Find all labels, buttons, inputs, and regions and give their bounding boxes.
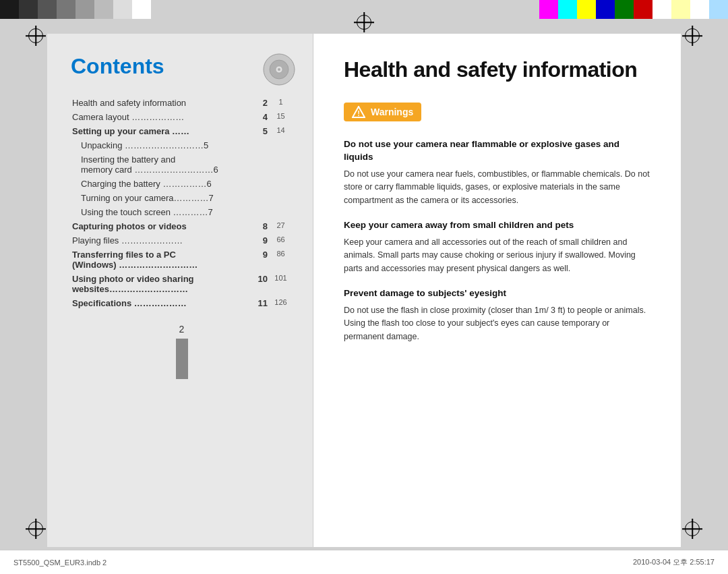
toc-row: Setting up your camera …… 5 14 bbox=[71, 124, 293, 138]
contents-page: Contents Health and safety information 2… bbox=[47, 34, 313, 547]
color-swatch bbox=[132, 0, 151, 19]
page-number: 2 bbox=[71, 324, 293, 379]
toc-page: 9 bbox=[249, 233, 269, 248]
svg-text:!: ! bbox=[357, 109, 360, 117]
toc-page: 5 bbox=[249, 124, 269, 138]
toc-side-num: 14 bbox=[269, 124, 293, 138]
section-body-2: Keep your camera and all accessories out… bbox=[344, 236, 650, 275]
section-body-1: Do not use your camera near fuels, combu… bbox=[344, 168, 650, 207]
toc-side-num: 15 bbox=[269, 110, 293, 124]
page-container: Contents Health and safety information 2… bbox=[47, 34, 681, 547]
warning-triangle-icon: ! bbox=[352, 106, 365, 118]
color-swatch-cyan bbox=[558, 0, 577, 19]
toc-side-num: 126 bbox=[269, 296, 293, 310]
toc-page: 9 bbox=[249, 248, 269, 272]
color-gap bbox=[151, 0, 539, 19]
toc-label: Capturing photos or videos bbox=[71, 219, 249, 233]
color-swatch-green bbox=[615, 0, 634, 19]
color-swatch-magenta bbox=[539, 0, 558, 19]
svg-point-3 bbox=[278, 68, 280, 71]
toc-row: Charging the battery ……………6 bbox=[71, 177, 293, 191]
toc-side-num bbox=[269, 177, 293, 191]
registration-mark-tr bbox=[682, 26, 702, 46]
color-swatch-lightyellow bbox=[671, 0, 690, 19]
toc-side-num bbox=[269, 138, 293, 152]
color-swatch bbox=[113, 0, 132, 19]
section-heading-2: Keep your camera away from small childre… bbox=[344, 219, 650, 232]
toc-page: 4 bbox=[249, 110, 269, 124]
toc-page: 11 bbox=[249, 296, 269, 310]
toc-page bbox=[249, 152, 269, 177]
section-heading-1: Do not use your camera near flammable or… bbox=[344, 138, 650, 164]
registration-mark-tl bbox=[26, 26, 46, 46]
toc-page: 8 bbox=[249, 219, 269, 233]
toc-page: 10 bbox=[249, 272, 269, 296]
color-swatch bbox=[38, 0, 57, 19]
color-swatch-white bbox=[653, 0, 671, 19]
color-swatch-red bbox=[634, 0, 653, 19]
toc-row: Camera layout ……………… 4 15 bbox=[71, 110, 293, 124]
registration-mark-bl bbox=[26, 519, 46, 539]
toc-row: Health and safety information 2 1 bbox=[71, 96, 293, 110]
color-swatch-yellow bbox=[577, 0, 596, 19]
toc-side-num bbox=[269, 205, 293, 219]
color-swatch-lightblue bbox=[709, 0, 728, 19]
toc-row: Turning on your camera…………7 bbox=[71, 191, 293, 205]
contents-title: Contents bbox=[71, 54, 293, 79]
cd-icon bbox=[262, 53, 296, 86]
toc-page bbox=[249, 138, 269, 152]
toc-row: Playing files ………………… 9 66 bbox=[71, 233, 293, 248]
toc-label: Playing files ………………… bbox=[71, 233, 249, 248]
toc-table: Health and safety information 2 1 Camera… bbox=[71, 96, 293, 310]
footer-left: ST5500_QSM_EUR3.indb 2 bbox=[13, 558, 107, 567]
toc-row: Capturing photos or videos 8 27 bbox=[71, 219, 293, 233]
toc-row: Unpacking ………………………5 bbox=[71, 138, 293, 152]
health-safety-page: Health and safety information ! Warnings… bbox=[313, 34, 681, 547]
toc-label: Camera layout ……………… bbox=[71, 110, 249, 124]
toc-row: Using the touch screen …………7 bbox=[71, 205, 293, 219]
toc-label: Transferring files to a PC(Windows) …………… bbox=[71, 248, 249, 272]
color-swatch-blue bbox=[596, 0, 615, 19]
color-swatch bbox=[94, 0, 113, 19]
toc-label: Using photo or video sharingwebsites…………… bbox=[71, 272, 249, 296]
color-swatch bbox=[57, 0, 75, 19]
color-swatch bbox=[75, 0, 94, 19]
section-body-3: Do not use the flash in close proximity … bbox=[344, 304, 650, 343]
color-swatch bbox=[0, 0, 19, 19]
toc-side-num bbox=[269, 191, 293, 205]
toc-side-num bbox=[269, 152, 293, 177]
toc-side-num: 66 bbox=[269, 233, 293, 248]
section-heading-3: Prevent damage to subjects' eyesight bbox=[344, 287, 650, 300]
color-swatch-white2 bbox=[690, 0, 709, 19]
toc-row: Inserting the battery andmemory card ………… bbox=[71, 152, 293, 177]
toc-row: Using photo or video sharingwebsites…………… bbox=[71, 272, 293, 296]
toc-page bbox=[249, 205, 269, 219]
toc-label: Inserting the battery andmemory card ………… bbox=[71, 152, 249, 177]
registration-mark-br bbox=[682, 519, 702, 539]
toc-row: Specifications ……………… 11 126 bbox=[71, 296, 293, 310]
toc-page bbox=[249, 191, 269, 205]
toc-side-num: 1 bbox=[269, 96, 293, 110]
toc-label: Turning on your camera…………7 bbox=[71, 191, 249, 205]
toc-side-num: 86 bbox=[269, 248, 293, 272]
toc-side-num: 101 bbox=[269, 272, 293, 296]
footer-right: 2010-03-04 오후 2:55:17 bbox=[633, 557, 715, 567]
registration-mark-tc bbox=[354, 12, 374, 32]
footer-bar: ST5500_QSM_EUR3.indb 2 2010-03-04 오후 2:5… bbox=[0, 550, 728, 574]
toc-label: Specifications ……………… bbox=[71, 296, 249, 310]
toc-label: Charging the battery ……………6 bbox=[71, 177, 249, 191]
toc-label: Unpacking ………………………5 bbox=[71, 138, 249, 152]
warning-badge: ! Warnings bbox=[344, 103, 421, 121]
color-swatch bbox=[19, 0, 38, 19]
toc-side-num: 27 bbox=[269, 219, 293, 233]
toc-label: Health and safety information bbox=[71, 96, 249, 110]
toc-label: Setting up your camera …… bbox=[71, 124, 249, 138]
page-bar-indicator bbox=[176, 339, 188, 379]
toc-page bbox=[249, 177, 269, 191]
toc-page: 2 bbox=[249, 96, 269, 110]
toc-row: Transferring files to a PC(Windows) …………… bbox=[71, 248, 293, 272]
toc-label: Using the touch screen …………7 bbox=[71, 205, 249, 219]
health-safety-title: Health and safety information bbox=[344, 57, 650, 82]
